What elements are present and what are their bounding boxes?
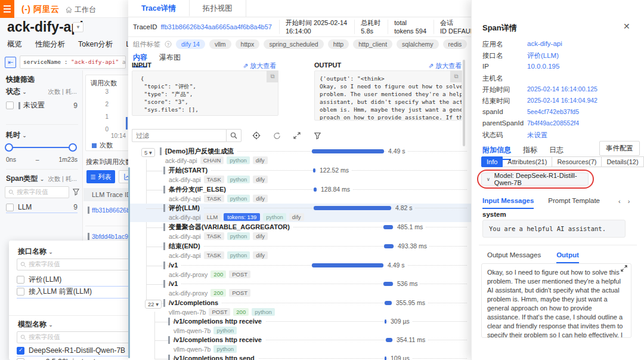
span-row[interactable]: /v1ack-dify-proxy200POST536 ms bbox=[128, 279, 471, 298]
span-type-item-llm[interactable]: LLM 9 bbox=[6, 203, 78, 213]
copy-icon[interactable]: ⧉ bbox=[267, 70, 278, 82]
checkbox-checked[interactable] bbox=[17, 347, 24, 355]
span-title[interactable]: /v1/completions http send bbox=[174, 354, 258, 360]
tab-overview[interactable]: 概览 bbox=[7, 39, 22, 50]
checkbox[interactable] bbox=[6, 101, 14, 109]
tab-performance[interactable]: 性能分析 bbox=[35, 39, 65, 50]
search-button[interactable] bbox=[226, 129, 242, 142]
span-title[interactable]: 条件分支(IF_ELSE) bbox=[169, 185, 230, 194]
span-type-cols-header[interactable]: 次数 | 耗... bbox=[48, 175, 77, 183]
duration-bar[interactable] bbox=[385, 319, 386, 324]
checkbox[interactable] bbox=[17, 276, 24, 284]
span-title[interactable]: /v1/completions http receive bbox=[174, 317, 265, 326]
duration-bar[interactable] bbox=[383, 225, 393, 229]
close-icon[interactable]: ✕ bbox=[623, 21, 630, 31]
locate-icon[interactable] bbox=[250, 129, 263, 142]
tab-waterfall[interactable]: 瀑布图 bbox=[159, 53, 181, 67]
duration-bar[interactable] bbox=[312, 263, 383, 267]
output-text-block[interactable]: Okay, so I need to figure out how to sol… bbox=[481, 263, 631, 338]
duration-bar[interactable] bbox=[385, 356, 386, 360]
span-title[interactable]: /v1 bbox=[169, 279, 181, 288]
tab-output[interactable]: Output bbox=[556, 251, 579, 263]
span-row[interactable]: 开始(START)ack-dify-apiTASKpythondify122.5… bbox=[128, 166, 471, 184]
pill-tab-resources[interactable]: Resources(7) bbox=[552, 156, 602, 167]
span-title[interactable]: [Demo]用户反馈生成流 bbox=[165, 147, 237, 156]
duration-filter-header[interactable]: 耗时 ⌄ bbox=[6, 130, 27, 140]
slider-handle-min[interactable] bbox=[5, 143, 13, 152]
tag-spring-scheduled[interactable]: spring_scheduled bbox=[264, 39, 323, 49]
trace-id-row[interactable]: ffb31b86626b34... bbox=[88, 207, 128, 214]
input-zoom-link[interactable]: ⇗放大查看 bbox=[243, 61, 276, 70]
tag-vllm[interactable]: vllm bbox=[209, 39, 231, 49]
duration-bar[interactable] bbox=[314, 206, 391, 210]
tab-trace-detail[interactable]: Trace详情 bbox=[128, 0, 190, 17]
span-title[interactable]: /v1/completions bbox=[169, 299, 222, 307]
span-row[interactable]: /v1/completions http receivevllm-qwen-7b… bbox=[128, 317, 471, 336]
model-name-header[interactable]: 模型名称 ⌄ bbox=[18, 319, 53, 330]
refresh-icon[interactable] bbox=[270, 129, 283, 142]
scrollbar-thumb[interactable] bbox=[463, 60, 465, 146]
workspace-button[interactable]: 工作台 bbox=[66, 5, 96, 15]
question-circle-icon[interactable]: ? bbox=[165, 41, 172, 48]
span-row[interactable]: /v1/completions http receivevllm-qwen-7b… bbox=[128, 336, 471, 354]
span-type-filter-header[interactable]: Span类型 ⌄ bbox=[6, 174, 44, 184]
checkbox[interactable] bbox=[6, 204, 14, 211]
duration-bar[interactable] bbox=[384, 244, 394, 248]
trace-id-row[interactable]: 3bfdd4b1ac9f2c... bbox=[88, 233, 128, 240]
query-mode-icon[interactable]: ⇤ bbox=[5, 57, 16, 68]
pill-tab-details[interactable]: Details(12) bbox=[602, 156, 643, 167]
chart-view-button[interactable] bbox=[119, 170, 128, 183]
span-row[interactable]: 评价(LLM)ack-dify-apiLLMtokens: 139pythond… bbox=[128, 204, 471, 222]
system-message-content[interactable]: You are a helpful AI assistant. bbox=[482, 220, 626, 238]
checkbox[interactable] bbox=[17, 288, 24, 296]
slider-handle-max[interactable] bbox=[69, 143, 77, 152]
scrollbar-thumb[interactable] bbox=[128, 167, 130, 358]
span-row[interactable]: 5 ▾[Demo]用户反馈生成流ack-dify-apiCHAINpythond… bbox=[128, 147, 471, 165]
filter-funnel-icon[interactable] bbox=[311, 129, 324, 142]
query-input[interactable]: serviceName : "ack-dify-api" and (attri bbox=[20, 56, 126, 69]
status-cols-header[interactable]: 次数 | 耗... bbox=[48, 88, 77, 96]
event-config-button[interactable]: 事件配置 bbox=[599, 141, 640, 156]
span-row[interactable]: 结束(END)ack-dify-apiTASKpythondify493.38 … bbox=[128, 242, 471, 260]
tab-output-messages[interactable]: Output Messages bbox=[487, 251, 541, 263]
app-switcher-dropdown[interactable]: ▼ bbox=[73, 22, 83, 32]
copy-icon[interactable]: ⧉ bbox=[450, 70, 462, 82]
checkbox[interactable] bbox=[17, 358, 24, 360]
duration-bar[interactable] bbox=[383, 282, 393, 286]
duration-bar[interactable] bbox=[312, 149, 384, 153]
tab-topology-view[interactable]: 拓扑视图 bbox=[190, 0, 246, 17]
tag-sqlalchemy[interactable]: sqlalchemy bbox=[397, 39, 439, 49]
expand-badge[interactable]: 22 ▾ bbox=[145, 300, 162, 309]
output-zoom-link[interactable]: ⇗放大查看 bbox=[428, 61, 462, 70]
tag-http-client[interactable]: http_client bbox=[353, 39, 392, 49]
pill-tab-info[interactable]: Info bbox=[481, 156, 503, 167]
span-title[interactable]: 结束(END) bbox=[169, 242, 204, 251]
duration-bar[interactable] bbox=[386, 338, 392, 342]
span-row[interactable]: /v1/completions http sendvllm-qwen-7bpyt… bbox=[128, 354, 471, 360]
interface-name-header[interactable]: 接口名称 ⌄ bbox=[18, 247, 53, 257]
tag-dify[interactable]: dify 14 bbox=[176, 39, 205, 49]
hamburger-menu-icon[interactable] bbox=[0, 0, 14, 18]
span-row[interactable]: 22 ▾/v1/completionsvllm-qwen-7bPOST200py… bbox=[128, 299, 471, 317]
span-title[interactable]: 开始(START) bbox=[169, 166, 211, 175]
chevron-right-icon[interactable]: › bbox=[628, 198, 630, 205]
duration-slider[interactable] bbox=[0, 143, 82, 152]
tag-httpx[interactable]: httpx bbox=[236, 39, 260, 49]
span-filter-input[interactable] bbox=[132, 129, 226, 142]
span-row[interactable]: 条件分支(IF_ELSE)ack-dify-apiTASKpythondify1… bbox=[128, 185, 471, 204]
fullscreen-icon[interactable] bbox=[290, 129, 304, 142]
span-type-search-input[interactable]: 搜索字段值 bbox=[5, 186, 69, 198]
expand-badge[interactable]: 5 ▾ bbox=[141, 148, 155, 157]
trace-table-header[interactable]: LLM Trace ID bbox=[83, 188, 128, 201]
input-code-block[interactable]: { "topic": "评价", "type": "产品", "score": … bbox=[132, 70, 278, 116]
trace-id-link[interactable]: ffb31b86626b34... bbox=[92, 207, 128, 214]
span-row[interactable]: /v1ack-dify-proxy200POST4.49 s bbox=[128, 261, 471, 279]
span-title[interactable]: /v1 bbox=[169, 261, 181, 270]
tab-token[interactable]: Token分析 bbox=[78, 39, 113, 50]
duration-bar[interactable] bbox=[313, 168, 315, 173]
tab-prompt-template[interactable]: Prompt Template bbox=[548, 197, 600, 209]
duration-bar[interactable] bbox=[385, 301, 392, 305]
trace-id-link[interactable]: 3bfdd4b1ac9f2c... bbox=[92, 233, 128, 240]
status-item-unset[interactable]: 未设置 9 bbox=[6, 100, 78, 110]
filter-funnel-icon[interactable] bbox=[72, 188, 80, 196]
